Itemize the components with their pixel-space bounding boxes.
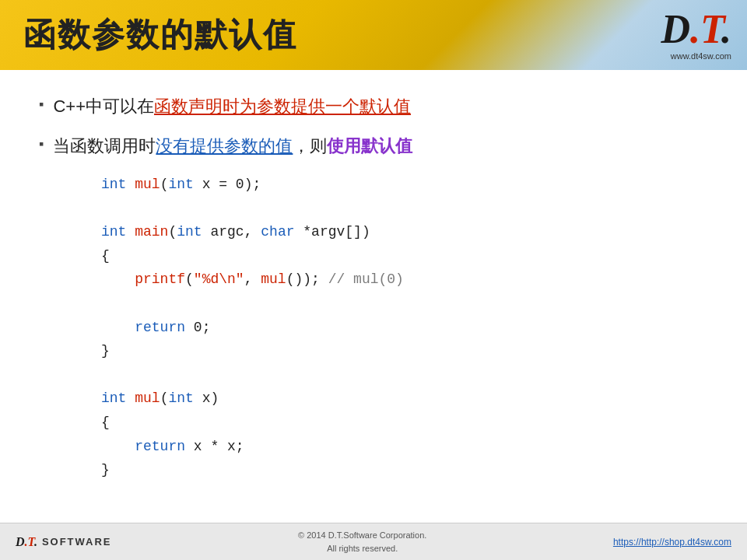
bullet-text-2: 当函数调用时没有提供参数的值，则使用默认值 (53, 133, 412, 159)
bullet2-middle: ，则 (293, 136, 327, 156)
header: 函数参数的默认值 D.T. www.dt4sw.com (0, 0, 747, 70)
fn-mul-2: mul (261, 271, 286, 287)
code-line-12: return x * x; (101, 435, 708, 459)
footer-website[interactable]: https://http://shop.dt4sw.com (613, 537, 731, 548)
bullet-marker-1: ▪ (39, 96, 44, 113)
code-line-blank3 (101, 363, 708, 387)
fn-printf: printf (135, 271, 185, 287)
bullet-item-1: ▪ C++中可以在函数声明时为参数提供一个默认值 (39, 93, 708, 119)
bullet2-highlight: 使用默认值 (327, 136, 412, 156)
footer-website-prefix: https:// (613, 537, 641, 548)
code-line-4: { (101, 244, 708, 268)
fn-mul-1: mul (135, 177, 160, 192)
logo: D.T. (661, 9, 731, 50)
fn-mul-3: mul (135, 390, 160, 406)
bullet-item-2: ▪ 当函数调用时没有提供参数的值，则使用默认值 (39, 133, 708, 159)
logo-website: www.dt4sw.com (671, 51, 731, 61)
code-line-13: } (101, 458, 708, 482)
str-format: "%d\n" (194, 271, 244, 287)
kw-return-2: return (135, 439, 185, 454)
kw-return-1: return (135, 320, 185, 335)
comment-1: // mul(0) (328, 271, 404, 287)
logo-text: D.T. (661, 7, 731, 51)
kw-int-6: int (168, 390, 193, 406)
footer-copyright: © 2014 D.T.Software Corporation. All rig… (298, 529, 426, 555)
kw-int-3: int (101, 224, 126, 240)
code-line-8: } (101, 339, 708, 363)
fn-main: main (135, 224, 168, 240)
footer: D.T. SOFTWARE © 2014 D.T.Software Corpor… (0, 523, 747, 560)
footer-left: D.T. SOFTWARE (16, 535, 112, 549)
kw-int-4: int (177, 224, 202, 240)
code-line-1: int mul(int x = 0); (101, 173, 708, 197)
code-line-3: int main(int argc, char *argv[]) (101, 220, 708, 244)
bullet-marker-2: ▪ (39, 136, 44, 152)
bullet2-link: 没有提供参数的值 (156, 136, 293, 156)
main-content: ▪ C++中可以在函数声明时为参数提供一个默认值 ▪ 当函数调用时没有提供参数的… (0, 70, 747, 523)
kw-int-2: int (168, 177, 193, 192)
kw-int-5: int (101, 390, 126, 406)
code-line-5: printf("%d\n", mul()); // mul(0) (101, 268, 708, 292)
logo-area: D.T. www.dt4sw.com (661, 9, 731, 61)
slide: 函数参数的默认值 D.T. www.dt4sw.com ▪ C++中可以在函数声… (0, 0, 747, 560)
kw-char: char (261, 224, 294, 240)
kw-int-1: int (101, 177, 126, 192)
code-line-7: return 0; (101, 316, 708, 340)
slide-title: 函数参数的默认值 (23, 13, 297, 57)
code-line-blank1 (101, 197, 708, 221)
footer-logo: D.T. (16, 535, 37, 549)
copyright-line1: © 2014 D.T.Software Corporation. (298, 529, 426, 542)
bullet-text-1: C++中可以在函数声明时为参数提供一个默认值 (53, 93, 411, 119)
code-line-blank2 (101, 292, 708, 316)
code-block: int mul(int x = 0); int main(int argc, c… (101, 173, 708, 482)
footer-software-label: SOFTWARE (42, 536, 112, 548)
bullet1-prefix: C++中可以在 (53, 96, 154, 116)
copyright-line2: All rights reserved. (298, 542, 426, 555)
footer-website-link[interactable]: http://shop.dt4sw.com (641, 537, 731, 548)
bullet2-prefix: 当函数调用时 (53, 136, 156, 156)
code-line-11: { (101, 411, 708, 435)
bullet1-link: 函数声明时为参数提供一个默认值 (154, 96, 411, 116)
code-line-10: int mul(int x) (101, 387, 708, 411)
